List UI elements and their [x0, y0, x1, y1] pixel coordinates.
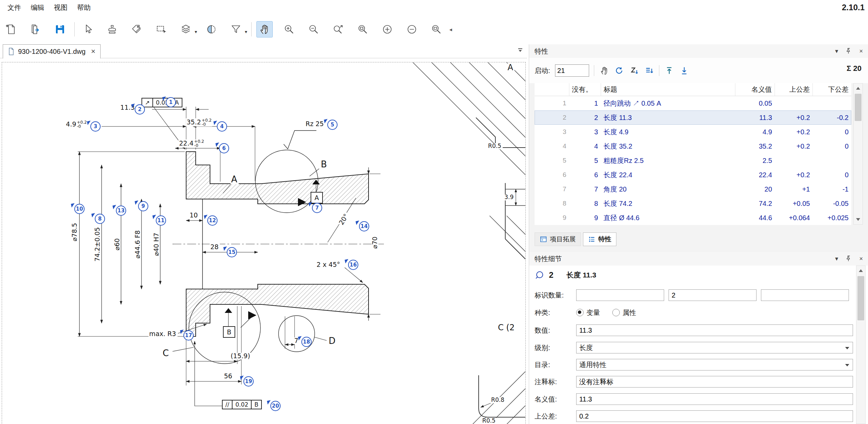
decrease-button[interactable]: [404, 21, 420, 37]
pin-icon[interactable]: [845, 255, 852, 262]
row-index: 4: [535, 139, 569, 153]
table-row[interactable]: 2 2 长度 11.3 11.3 +0.2 -0.2: [535, 110, 851, 125]
drawing-viewport[interactable]: ↗ 0.05 A // 0.02 B A B 11.3 4.9 +0.2-0 3…: [2, 62, 526, 424]
column-no[interactable]: 没有。: [569, 83, 601, 96]
tag-tool-button[interactable]: [129, 21, 145, 37]
balloon[interactable]: 14: [359, 221, 369, 231]
balloon[interactable]: 9: [138, 201, 148, 211]
radio-variable[interactable]: [576, 309, 584, 316]
table-row[interactable]: 7 7 角度 20 20 +1 -1: [535, 182, 851, 196]
class-select[interactable]: 长度: [576, 342, 853, 353]
scroll-up-icon[interactable]: [854, 84, 863, 93]
refresh-icon[interactable]: [614, 65, 624, 76]
marquee-select-button[interactable]: [153, 21, 169, 37]
close-icon[interactable]: ×: [859, 48, 863, 55]
nominal-input[interactable]: [576, 393, 853, 405]
table-row[interactable]: 1 1 径向跳动 ↗ 0.05 A 0.05: [535, 96, 851, 111]
column-upper-tol[interactable]: 上公差: [775, 83, 813, 96]
tab-project-expansion[interactable]: 项目拓展: [535, 232, 581, 246]
balloon[interactable]: 10: [74, 204, 85, 214]
pan-tool-button[interactable]: [256, 21, 273, 37]
close-icon[interactable]: ×: [859, 255, 863, 262]
id-field-1[interactable]: [576, 289, 664, 301]
zoom-selection-button[interactable]: [330, 21, 346, 37]
balloon[interactable]: 4: [217, 121, 227, 132]
id-field-2[interactable]: [669, 289, 757, 301]
move-bottom-icon[interactable]: [679, 65, 689, 76]
toolbar-overflow-icon[interactable]: ◂: [449, 26, 452, 33]
tab-characteristics[interactable]: 特性: [583, 232, 616, 246]
document-tab[interactable]: 930-1200-406-V1.dwg ×: [3, 44, 101, 59]
sort-z-icon[interactable]: [629, 65, 639, 76]
list-sort-icon[interactable]: [644, 65, 654, 76]
radio-attribute[interactable]: [612, 309, 620, 316]
zoom-all-button[interactable]: [355, 21, 371, 37]
menu-file[interactable]: 文件: [3, 2, 26, 14]
balloon[interactable]: 19: [243, 376, 254, 387]
scroll-up-icon[interactable]: [856, 266, 865, 275]
balloon[interactable]: 8: [95, 214, 105, 224]
column-lower-tol[interactable]: 下公差: [813, 83, 851, 96]
pan-tool-icon[interactable]: [599, 65, 609, 76]
menu-help[interactable]: 帮助: [72, 2, 95, 14]
save-button[interactable]: [52, 21, 68, 37]
start-number-input[interactable]: [555, 64, 589, 77]
balloon[interactable]: 13: [116, 206, 126, 216]
balloon[interactable]: 3: [90, 121, 101, 132]
balloon[interactable]: 2: [135, 104, 145, 115]
column-nominal[interactable]: 名义值: [735, 83, 775, 96]
row-index: 2: [535, 110, 569, 125]
table-row[interactable]: 5 5 粗糙度Rz 2.5 2.5: [535, 153, 851, 168]
dimension-label: R0.5: [488, 143, 503, 149]
zoom-in-button[interactable]: [281, 21, 297, 37]
invert-colors-button[interactable]: [203, 21, 220, 37]
panel-menu-icon[interactable]: ▾: [835, 255, 838, 262]
details-scrollbar[interactable]: [856, 266, 866, 424]
pin-icon[interactable]: [845, 47, 852, 55]
zoom-out-button[interactable]: [305, 21, 322, 37]
menu-view[interactable]: 视图: [49, 2, 72, 14]
layers-button[interactable]: [178, 21, 194, 37]
tab-close-icon[interactable]: ×: [91, 47, 95, 56]
column-title[interactable]: 标题: [601, 83, 735, 96]
balloon[interactable]: 20: [270, 401, 281, 411]
catalog-select[interactable]: 通用特性: [576, 359, 853, 370]
filter-button[interactable]: [228, 21, 244, 37]
table-row[interactable]: 8 8 长度 74.2 74.2 +0.05 -0.05: [535, 196, 851, 211]
new-document-button[interactable]: [3, 21, 19, 37]
balloon[interactable]: 12: [207, 215, 218, 226]
filter-dropdown-icon[interactable]: ▾: [245, 29, 247, 34]
scroll-down-icon[interactable]: [854, 215, 863, 224]
balloon[interactable]: 16: [348, 260, 358, 270]
balloon[interactable]: 6: [219, 143, 229, 153]
table-row[interactable]: 3 3 长度 4.9 4.9 +0.2 0: [535, 125, 851, 139]
upper-tol-input[interactable]: [576, 410, 853, 422]
scrollbar-thumb[interactable]: [855, 94, 862, 121]
balloon[interactable]: 15: [227, 247, 237, 257]
balloon[interactable]: 11: [156, 215, 166, 226]
scrollbar-thumb[interactable]: [857, 276, 864, 320]
table-row[interactable]: 9 9 直径 Ø 44.6 44.6 +0.064 +0.025: [535, 211, 851, 225]
stamp-tool-button[interactable]: [104, 21, 120, 37]
move-top-icon[interactable]: [664, 65, 674, 76]
select-tool-button[interactable]: [79, 21, 96, 37]
table-row[interactable]: 6 6 长度 22.4 22.4 +0.2 0: [535, 168, 851, 182]
increase-button[interactable]: [379, 21, 395, 37]
table-scrollbar[interactable]: [853, 83, 863, 225]
balloon[interactable]: 18: [301, 337, 312, 347]
note-input[interactable]: [576, 376, 853, 388]
layers-dropdown-icon[interactable]: ▾: [195, 29, 197, 34]
menu-edit[interactable]: 编辑: [26, 2, 49, 14]
id-field-3[interactable]: [761, 289, 849, 301]
open-document-button[interactable]: [27, 21, 44, 37]
tab-overflow-icon[interactable]: [517, 47, 524, 55]
balloon[interactable]: 7: [312, 203, 322, 213]
table-row[interactable]: 4 4 长度 35.2 35.2 +0.2 0: [535, 139, 851, 153]
zoom-window-button[interactable]: [428, 21, 445, 37]
balloon[interactable]: 1: [166, 97, 176, 107]
balloon[interactable]: 5: [327, 120, 338, 130]
document-tab-label: 930-1200-406-V1.dwg: [18, 48, 86, 56]
panel-menu-icon[interactable]: ▾: [835, 47, 838, 55]
value-input[interactable]: [576, 324, 853, 336]
balloon[interactable]: 17: [183, 330, 194, 340]
